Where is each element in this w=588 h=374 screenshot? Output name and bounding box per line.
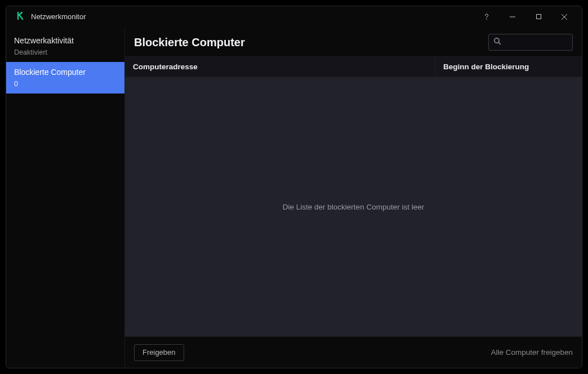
- search-input[interactable]: [505, 38, 568, 47]
- search-icon: [493, 37, 501, 47]
- titlebar: Netzwerkmonitor: [6, 6, 582, 27]
- column-header-address[interactable]: Computeradresse: [125, 57, 435, 77]
- sidebar: Netzwerkaktivität Deaktiviert Blockierte…: [6, 27, 124, 368]
- sidebar-item-label: Netzwerkaktivität: [6, 30, 124, 47]
- main-header: Blockierte Computer: [125, 27, 582, 56]
- app-title: Netzwerkmonitor: [31, 12, 86, 21]
- table-header: Computeradresse Beginn der Blockierung: [125, 56, 582, 77]
- content-area: Computeradresse Beginn der Blockierung D…: [125, 56, 582, 336]
- sidebar-item-label: Blockierte Computer: [6, 62, 124, 79]
- main-panel: Blockierte Computer Computeradresse Begi…: [124, 27, 582, 368]
- maximize-button[interactable]: [525, 6, 551, 27]
- release-all-button[interactable]: Alle Computer freigeben: [491, 348, 573, 357]
- sidebar-item-blocked-computers[interactable]: Blockierte Computer 0: [6, 62, 124, 94]
- help-button[interactable]: [474, 6, 500, 27]
- sidebar-item-network-activity[interactable]: Netzwerkaktivität Deaktiviert: [6, 30, 124, 62]
- minimize-button[interactable]: [500, 6, 525, 27]
- svg-point-0: [486, 19, 487, 19]
- table-empty-body: Die Liste der blockierten Computer ist l…: [125, 77, 582, 336]
- sidebar-item-count: 0: [6, 79, 124, 94]
- release-button[interactable]: Freigeben: [134, 344, 184, 361]
- close-button[interactable]: [551, 6, 577, 27]
- titlebar-left: Netzwerkmonitor: [11, 11, 86, 23]
- search-field[interactable]: [488, 34, 573, 51]
- footer: Freigeben Alle Computer freigeben: [125, 336, 582, 368]
- release-all-label: Alle Computer freigeben: [491, 348, 573, 357]
- window-body: Netzwerkaktivität Deaktiviert Blockierte…: [6, 27, 582, 368]
- column-header-block-start[interactable]: Beginn der Blockierung: [435, 57, 582, 77]
- window-controls: [474, 6, 577, 27]
- release-button-label: Freigeben: [142, 348, 176, 357]
- sidebar-item-status: Deaktiviert: [6, 47, 124, 62]
- table-rows: Die Liste der blockierten Computer ist l…: [125, 77, 582, 336]
- page-title: Blockierte Computer: [134, 36, 479, 49]
- table-body-area: Die Liste der blockierten Computer ist l…: [125, 77, 582, 336]
- svg-rect-1: [536, 15, 541, 19]
- app-logo-icon: [16, 11, 25, 23]
- app-window: Netzwerkmonitor Netzwerkaktivität: [6, 6, 582, 368]
- empty-state-message: Die Liste der blockierten Computer ist l…: [283, 203, 424, 211]
- svg-point-2: [495, 38, 499, 43]
